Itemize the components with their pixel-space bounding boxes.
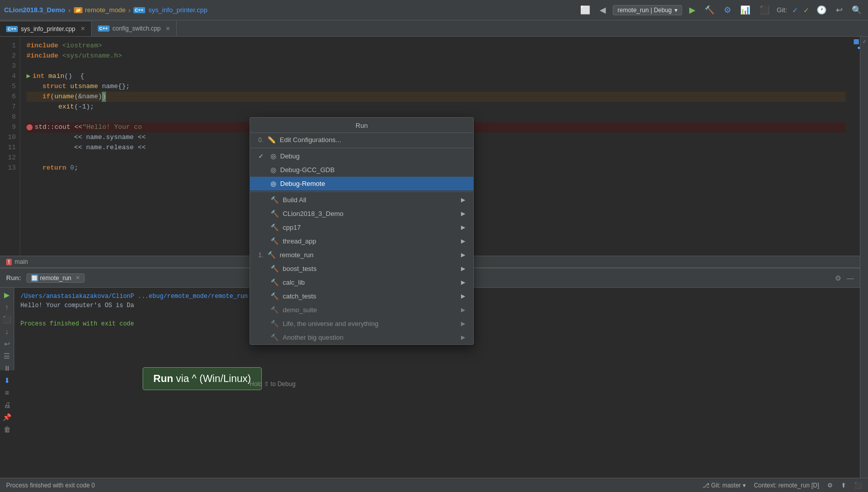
item-label-calc-lib: calc_lib: [283, 279, 305, 286]
dropdown-item-remote-run[interactable]: 1. 🔨 remote_run ▶: [250, 248, 473, 262]
dropdown-item-catch-tests[interactable]: 🔨 catch_tests ▶: [250, 289, 473, 303]
item-num-0: 0.: [258, 136, 263, 144]
hammer-thread-icon: 🔨: [270, 237, 279, 245]
status-context: Context: remote_run [D]: [754, 482, 819, 489]
tooltip-run-word: Run: [153, 373, 173, 384]
dropdown-item-build-all[interactable]: 🔨 Build All ▶: [250, 193, 473, 207]
status-gear[interactable]: ⚙: [827, 482, 833, 489]
code-line-2: #include <sys/utsname.h>: [26, 51, 846, 61]
git-check1[interactable]: ✓: [792, 6, 798, 14]
run-side-tree[interactable]: ≡: [5, 389, 9, 397]
dropdown-title: Run: [250, 118, 473, 133]
sep1: ›: [68, 6, 71, 14]
arrow-remote-run: ▶: [461, 252, 465, 258]
right-gutter-panel: ✓: [860, 37, 868, 478]
status-share[interactable]: ⬆: [841, 482, 846, 489]
status-terminal[interactable]: ⬛: [854, 482, 862, 489]
right-gutter: [852, 37, 860, 256]
function-badge: f: [6, 259, 12, 265]
run-tooltip: Run via ^ (Win/Linux): [143, 367, 262, 390]
dropdown-item-debug-remote[interactable]: ◎ Debug-Remote: [250, 177, 473, 190]
profiler-icon[interactable]: 📊: [738, 4, 752, 16]
status-branch[interactable]: ⎇ Git: master ▾: [702, 482, 746, 489]
panel-gear-icon[interactable]: ⚙: [835, 274, 842, 282]
breakpoint-9: [26, 124, 33, 130]
tab-config-switch[interactable]: C++ config_switch.cpp ✕: [92, 21, 177, 36]
git-check2[interactable]: ✓: [803, 6, 809, 14]
hammer-remote-run-icon: 🔨: [267, 251, 276, 259]
run-side-stop[interactable]: ⬛: [3, 315, 11, 323]
run-side-pin[interactable]: 📌: [3, 413, 11, 421]
run-side-trash[interactable]: 🗑: [4, 425, 11, 433]
undo-icon[interactable]: ↩: [834, 4, 845, 16]
sep-after-edit: [250, 148, 473, 148]
dropdown-item-another-big[interactable]: 🔨 Another big question ▶: [250, 331, 473, 344]
dropdown-item-edit-config[interactable]: 0. ✏️ Edit Configurations...: [250, 133, 473, 147]
pencil-icon: ✏️: [267, 136, 276, 144]
hammer-demo-icon: 🔨: [270, 306, 279, 314]
run-side-down[interactable]: ↓: [5, 327, 9, 336]
run-side-play[interactable]: ▶: [4, 291, 10, 299]
back-icon[interactable]: ◀: [598, 4, 608, 16]
toolbar: CLion2018.3_Demo › 📁 remote_mode › C++ s…: [0, 0, 868, 20]
window-icon[interactable]: ⬜: [578, 4, 592, 16]
tab-sys-info[interactable]: C++ sys_info_printer.cpp ✕: [0, 21, 92, 36]
item-label-thread-app: thread_app: [283, 237, 316, 245]
code-line-5: struct utsname name{};: [26, 81, 846, 92]
tab2-lang-badge: C++: [98, 25, 110, 32]
ln-4: 4: [0, 71, 16, 81]
run-side-list[interactable]: ☰: [4, 352, 10, 360]
panel-minus-icon[interactable]: —: [847, 274, 854, 282]
item-label-cpp17: cpp17: [283, 224, 301, 231]
dropdown-item-calc-lib[interactable]: 🔨 calc_lib ▶: [250, 276, 473, 289]
arrow-build-all: ▶: [461, 197, 465, 203]
ln-10: 10: [0, 132, 16, 143]
run-panel-config[interactable]: ⬜ remote_run ✕: [26, 274, 85, 283]
search-icon[interactable]: 🔍: [850, 4, 864, 16]
toolbar-right: ⬜ ◀ remote_run | Debug ▾ ▶ 🔨 ⚙ 📊 ⬛ Git: …: [578, 4, 864, 16]
history-icon[interactable]: 🕐: [815, 4, 829, 16]
run-config-selector[interactable]: remote_run | Debug ▾: [613, 5, 682, 15]
run-button[interactable]: ▶: [687, 4, 697, 16]
sep-after-debug: [250, 192, 473, 192]
dropdown-item-clion-demo[interactable]: 🔨 CLion2018_3_Demo ▶: [250, 207, 473, 221]
dropdown-item-thread-app[interactable]: 🔨 thread_app ▶: [250, 234, 473, 248]
tab1-lang-badge: C++: [6, 26, 18, 32]
breadcrumb-file[interactable]: sys_info_printer.cpp: [149, 6, 208, 14]
dropdown-item-debug[interactable]: ✓ ◎ Debug: [250, 149, 473, 163]
dropdown-item-debug-gcc[interactable]: ◎ Debug-GCC_GDB: [250, 163, 473, 177]
brand[interactable]: CLion2018.3_Demo: [4, 6, 65, 14]
run-panel-close[interactable]: ✕: [75, 275, 80, 281]
run-side-print[interactable]: 🖨: [4, 401, 11, 409]
dropdown-item-boost-tests[interactable]: 🔨 boost_tests ▶: [250, 262, 473, 276]
arrow-cpp17: ▶: [461, 224, 465, 231]
git-label: Git:: [777, 6, 787, 14]
config-dropdown-icon[interactable]: ▾: [674, 7, 677, 14]
debug-target-icon: ◎: [270, 152, 276, 160]
cpp-badge: C++: [133, 7, 145, 13]
tab1-close[interactable]: ✕: [80, 25, 85, 32]
folder-name[interactable]: remote_mode: [85, 6, 126, 14]
folder-icon: 📁: [74, 7, 83, 13]
dropdown-item-cpp17[interactable]: 🔨 cpp17 ▶: [250, 221, 473, 234]
code-line-7: exit(-1);: [26, 102, 846, 112]
ln-12: 12: [0, 153, 16, 163]
item-label-debug: Debug: [280, 152, 300, 160]
tab2-close[interactable]: ✕: [166, 25, 170, 32]
stop-icon[interactable]: ⬛: [757, 4, 772, 16]
item-label-debug-gcc: Debug-GCC_GDB: [280, 166, 335, 174]
tabs-bar: C++ sys_info_printer.cpp ✕ C++ config_sw…: [0, 20, 868, 37]
coverage-icon[interactable]: ⚙: [722, 4, 733, 16]
dropdown-item-demo-suite[interactable]: 🔨 demo_suite ▶: [250, 303, 473, 317]
arrow-another: ▶: [461, 334, 465, 341]
item-label-debug-remote: Debug-Remote: [280, 180, 325, 187]
run-side-pause[interactable]: ⏸: [4, 364, 11, 372]
run-side-scroll[interactable]: ⬇: [4, 376, 10, 385]
breadcrumb: 📁 remote_mode › C++ sys_info_printer.cpp: [74, 6, 208, 14]
arrow-boost: ▶: [461, 265, 465, 272]
ln-11: 11: [0, 143, 16, 153]
build-icon[interactable]: 🔨: [702, 4, 717, 16]
dropdown-item-life-universe[interactable]: 🔨 Life, the universe and everything ▶: [250, 317, 473, 331]
run-side-wrap[interactable]: ↩: [4, 340, 10, 348]
run-side-up[interactable]: ↑: [5, 303, 9, 311]
